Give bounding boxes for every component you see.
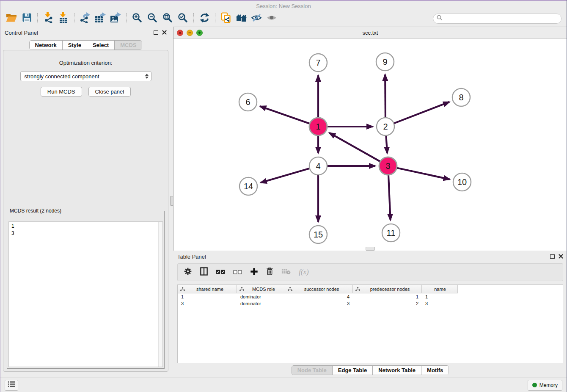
show-columns-button[interactable] [200, 267, 208, 277]
table-cell[interactable]: dominator [237, 301, 285, 306]
network-window-title: scc.txt [173, 30, 567, 36]
edge-2-8[interactable] [394, 102, 450, 123]
task-history-button[interactable] [5, 380, 18, 391]
tab-motifs[interactable]: Motifs [421, 366, 449, 375]
edge-2-9[interactable] [385, 75, 385, 117]
node-label: 2 [383, 122, 388, 131]
column-tree-icon [288, 287, 292, 291]
graph-node-8[interactable]: 8 [452, 88, 470, 106]
export-table-button[interactable] [93, 12, 108, 25]
export-image-icon [110, 12, 121, 25]
export-image-button[interactable] [108, 12, 123, 25]
export-network-button[interactable] [77, 12, 93, 25]
table-options-button[interactable] [184, 267, 192, 277]
mcds-result-box[interactable]: 13 [8, 221, 163, 367]
graph-node-6[interactable]: 6 [239, 93, 257, 111]
zoom-selected-button[interactable] [175, 12, 190, 25]
mcds-tab-content: Optimization criterion: strongly connect… [3, 50, 168, 372]
tab-edge-table[interactable]: Edge Table [332, 366, 372, 375]
table-cell[interactable]: 3 [285, 301, 353, 306]
zoom-fit-button[interactable] [160, 12, 175, 25]
table-cell[interactable]: 1 [422, 294, 458, 299]
delete-table-button[interactable] [281, 268, 291, 276]
graph-node-10[interactable]: 10 [453, 173, 471, 191]
column-header-successor-nodes[interactable]: successor nodes [285, 285, 353, 293]
network-window-titlebar[interactable]: scc.txt [173, 27, 567, 39]
tab-mcds[interactable]: MCDS [114, 41, 142, 50]
edge-2-3[interactable] [386, 136, 387, 153]
edge-3-11[interactable] [388, 175, 391, 220]
select-all-checkboxes-button[interactable] [216, 268, 225, 276]
copy-network-icon [221, 12, 231, 25]
memory-button[interactable]: Memory [528, 380, 562, 391]
zoom-out-button[interactable] [145, 12, 160, 25]
table-cell[interactable]: 3 [422, 301, 458, 306]
tab-network[interactable]: Network [30, 41, 62, 50]
dropdown-stepper-icon [145, 74, 149, 79]
table-cell[interactable]: 2 [353, 301, 422, 306]
tab-node-table[interactable]: Node Table [292, 366, 332, 375]
toolbar-separator [215, 13, 215, 24]
node-label: 1 [316, 122, 320, 131]
graph-node-3[interactable]: 3 [379, 157, 397, 175]
table-row[interactable]: 3dominator323 [178, 300, 563, 307]
save-session-button[interactable] [19, 12, 34, 25]
edge-1-6[interactable] [260, 106, 309, 124]
graph-node-4[interactable]: 4 [309, 157, 327, 175]
window-minimize-button[interactable] [187, 30, 193, 36]
graph-node-1[interactable]: 1 [309, 118, 327, 135]
float-panel-icon[interactable] [550, 254, 555, 259]
table-panel: Table Panel f(x) shared nameMCDS rolesuc… [173, 251, 567, 378]
edge-3-10[interactable] [397, 168, 450, 179]
network-canvas[interactable]: 7968124314101511 [173, 39, 567, 251]
graph-node-2[interactable]: 2 [377, 118, 394, 135]
window-zoom-button[interactable] [196, 30, 203, 36]
run-mcds-button[interactable]: Run MCDS [41, 87, 82, 97]
graph-node-14[interactable]: 14 [239, 177, 257, 195]
add-column-button[interactable] [250, 268, 258, 277]
search-field[interactable] [433, 14, 561, 24]
import-network-button[interactable] [41, 12, 56, 25]
result-scrollbar[interactable] [158, 222, 162, 367]
float-panel-icon[interactable] [154, 30, 158, 35]
tab-network-table[interactable]: Network Table [372, 366, 421, 375]
node-label: 10 [457, 177, 467, 187]
graph-node-9[interactable]: 9 [376, 53, 394, 71]
search-input[interactable] [445, 15, 558, 22]
copy-view-button[interactable] [218, 12, 234, 25]
table-cell[interactable]: 1 [353, 294, 422, 299]
graph-node-7[interactable]: 7 [309, 54, 327, 72]
edge-3-1[interactable] [329, 133, 380, 162]
canvas-splitter-handle[interactable] [366, 247, 375, 251]
close-panel-button[interactable]: Close panel [88, 87, 131, 97]
graph-node-11[interactable]: 11 [382, 224, 400, 242]
function-builder-button[interactable]: f(x) [299, 268, 309, 276]
window-close-button[interactable] [177, 30, 183, 36]
show-details-button[interactable] [264, 12, 279, 25]
hide-details-button[interactable] [249, 12, 264, 25]
apply-layout-button[interactable] [197, 12, 212, 25]
column-header-name[interactable]: name [422, 285, 458, 293]
import-table-button[interactable] [56, 12, 71, 25]
network-home-button[interactable] [234, 12, 249, 25]
table-cell[interactable]: 1 [178, 294, 237, 299]
graph-node-15[interactable]: 15 [309, 226, 327, 243]
tab-select[interactable]: Select [87, 41, 114, 50]
zoom-in-button[interactable] [129, 12, 145, 25]
edge-4-14[interactable] [261, 168, 309, 183]
table-cell[interactable]: 4 [285, 294, 353, 299]
tab-style[interactable]: Style [62, 41, 87, 50]
table-cell[interactable]: dominator [237, 294, 285, 299]
close-panel-icon[interactable] [559, 253, 563, 260]
delete-columns-button[interactable] [266, 267, 273, 277]
column-header-shared-name[interactable]: shared name [178, 285, 237, 293]
close-panel-icon[interactable] [162, 29, 167, 36]
open-session-button[interactable] [4, 12, 19, 25]
node-table[interactable]: shared nameMCDS rolesuccessor nodesprede… [177, 284, 563, 363]
table-cell[interactable]: 3 [178, 301, 237, 306]
criterion-dropdown[interactable]: strongly connected component [20, 71, 151, 81]
deselect-all-checkboxes-button[interactable] [233, 268, 242, 276]
table-row[interactable]: 1dominator411 [178, 293, 563, 300]
column-header-mcds-role[interactable]: MCDS role [237, 285, 285, 293]
column-header-predecessor-nodes[interactable]: predecessor nodes [353, 285, 422, 293]
